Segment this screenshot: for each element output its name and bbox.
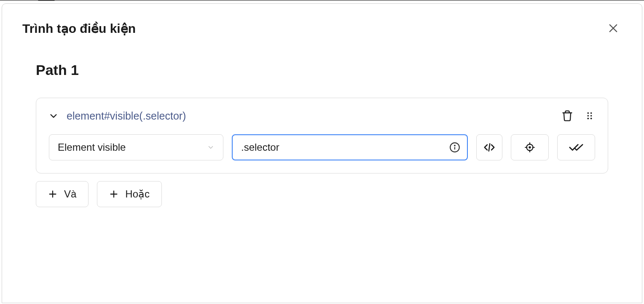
add-or-button[interactable]: Hoặc — [97, 181, 162, 207]
svg-point-13 — [529, 147, 530, 148]
selector-input-wrapper — [232, 134, 468, 160]
modal-content: Path 1 element#visible(.selector) — [2, 37, 642, 207]
path-title: Path 1 — [36, 62, 608, 78]
close-icon — [607, 22, 619, 34]
add-and-button[interactable]: Và — [36, 181, 89, 207]
info-icon — [449, 142, 460, 153]
condition-expression: element#visible(.selector) — [67, 110, 186, 122]
verify-button[interactable] — [557, 134, 595, 160]
chevron-down-icon — [207, 144, 215, 151]
selector-input[interactable] — [241, 141, 449, 153]
modal-header: Trình tạo điều kiện — [2, 4, 642, 37]
add-and-label: Và — [64, 188, 76, 200]
add-or-label: Hoặc — [125, 188, 150, 200]
trash-icon — [561, 110, 573, 122]
condition-header-left: element#visible(.selector) — [49, 110, 186, 122]
delete-condition-button[interactable] — [561, 109, 574, 123]
collapse-toggle[interactable] — [49, 111, 58, 120]
condition-type-label: Element visible — [58, 141, 207, 153]
svg-point-4 — [588, 115, 589, 117]
svg-point-5 — [590, 115, 592, 117]
modal-title: Trình tạo điều kiện — [22, 21, 136, 36]
svg-line-11 — [489, 144, 490, 151]
code-button[interactable] — [476, 134, 502, 160]
condition-header: element#visible(.selector) — [49, 109, 595, 123]
close-button[interactable] — [605, 20, 622, 37]
condition-builder-modal: Trình tạo điều kiện Path 1 element#visib… — [2, 3, 642, 303]
condition-type-select[interactable]: Element visible — [49, 134, 223, 160]
plus-icon — [48, 189, 57, 199]
drag-handle[interactable] — [584, 110, 595, 121]
condition-header-right — [561, 109, 595, 123]
svg-point-10 — [454, 145, 455, 146]
svg-point-2 — [588, 112, 589, 114]
condition-card: element#visible(.selector) — [36, 98, 608, 173]
double-check-icon — [568, 142, 584, 153]
svg-point-7 — [590, 118, 592, 120]
plus-icon — [109, 189, 118, 199]
condition-row: Element visible — [49, 134, 595, 160]
chevron-down-icon — [49, 111, 58, 120]
svg-point-3 — [590, 112, 592, 114]
crosshair-icon — [522, 142, 538, 153]
svg-point-6 — [588, 118, 589, 120]
info-button[interactable] — [449, 142, 460, 153]
code-icon — [483, 141, 496, 154]
target-picker-button[interactable] — [511, 134, 549, 160]
add-condition-buttons: Và Hoặc — [36, 181, 608, 207]
select-caret — [207, 144, 215, 151]
drag-handle-icon — [585, 111, 594, 120]
